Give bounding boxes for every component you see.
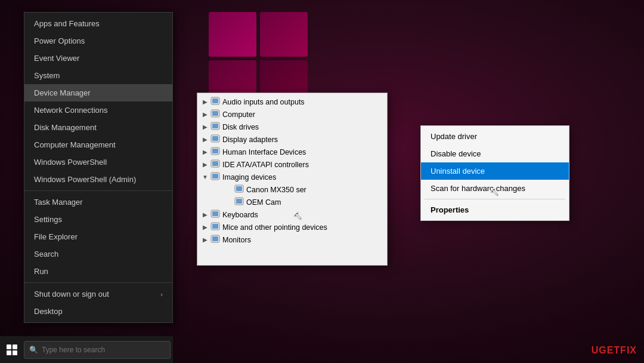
search-bar[interactable]: 🔍: [24, 341, 171, 359]
tree-arrow: ▶: [202, 224, 208, 230]
svg-rect-7: [212, 136, 218, 141]
svg-rect-23: [212, 236, 218, 241]
tree-item-label: Monitors: [222, 236, 251, 244]
winx-menu-label: Network Connections: [34, 106, 108, 115]
tree-item-computer[interactable]: ▶Computer: [197, 108, 387, 121]
ctx-item-update-driver[interactable]: Update driver: [421, 128, 569, 145]
tree-item-icon: [210, 109, 220, 119]
tree-arrow: ▶: [202, 211, 208, 218]
winx-menu-label: System: [34, 71, 60, 80]
winx-menu-item-network-connections[interactable]: Network Connections: [24, 101, 172, 119]
winx-context-menu: Apps and FeaturesPower OptionsEvent View…: [24, 12, 173, 323]
winx-menu-item-shut-down-sign-out[interactable]: Shut down or sign out›: [24, 285, 172, 303]
winx-menu-item-windows-powershell[interactable]: Windows PowerShell: [24, 153, 172, 171]
tree-item-icon: [210, 122, 220, 132]
svg-rect-13: [212, 174, 218, 179]
tree-item-icon: [210, 172, 220, 182]
winx-menu-label: Device Manager: [34, 88, 91, 97]
svg-rect-5: [212, 124, 218, 128]
tree-item-label: Display adapters: [222, 136, 278, 144]
winx-menu-item-desktop[interactable]: Desktop: [24, 303, 172, 320]
tree-arrow: ▶: [202, 111, 208, 118]
winx-menu-label: Run: [34, 267, 48, 276]
ctx-item-disable-device[interactable]: Disable device: [421, 145, 569, 162]
taskbar: 🔍: [0, 336, 173, 363]
winx-menu-label: Windows PowerShell (Admin): [34, 175, 136, 184]
svg-rect-17: [236, 199, 242, 204]
winx-menu-label: File Explorer: [34, 232, 78, 241]
svg-rect-3: [212, 111, 218, 116]
tree-item-label: Keyboards: [222, 211, 258, 219]
winx-menu-item-disk-management[interactable]: Disk Management: [24, 119, 172, 136]
winx-menu-label: Windows PowerShell: [34, 158, 107, 167]
svg-rect-21: [212, 224, 218, 229]
winx-menu-item-event-viewer[interactable]: Event Viewer: [24, 50, 172, 67]
tree-item-audio[interactable]: ▶Audio inputs and outputs: [197, 96, 387, 108]
menu-separator: [24, 190, 172, 191]
ctx-item-uninstall-device[interactable]: Uninstall device: [421, 162, 569, 180]
svg-rect-9: [212, 149, 218, 153]
winx-menu-item-task-manager[interactable]: Task Manager: [24, 193, 172, 211]
tree-item-label: Mice and other pointing devices: [222, 223, 327, 232]
winx-menu-label: Apps and Features: [34, 19, 100, 28]
tree-item-display-adapters[interactable]: ▶Display adapters: [197, 133, 387, 146]
device-manager-window: ▶Audio inputs and outputs▶Computer▶Disk …: [197, 93, 388, 266]
winx-menu-item-run[interactable]: Run: [24, 263, 172, 280]
tree-item-monitors[interactable]: ▶Monitors: [197, 233, 387, 246]
tree-item-icon: [210, 235, 220, 245]
svg-rect-11: [212, 161, 218, 166]
winx-menu-item-computer-management[interactable]: Computer Management: [24, 136, 172, 153]
tree-item-label: Audio inputs and outputs: [222, 98, 305, 106]
tree-item-icon: [210, 134, 220, 144]
tree-item-icon: [210, 222, 220, 232]
start-button[interactable]: [2, 340, 21, 359]
svg-rect-1: [212, 99, 218, 103]
tree-arrow: ▶: [202, 236, 208, 243]
tree-item-hid[interactable]: ▶Human Interface Devices: [197, 146, 387, 158]
winx-menu-item-settings[interactable]: Settings: [24, 211, 172, 228]
winx-menu-label: Search: [34, 250, 58, 259]
win-logo-pane-2: [260, 12, 308, 57]
ctx-item-properties[interactable]: Properties: [421, 201, 569, 219]
winx-menu-item-search[interactable]: Search: [24, 245, 172, 263]
winx-menu-label: Desktop: [34, 307, 63, 316]
ctx-item-scan-changes[interactable]: Scan for hardware changes: [421, 180, 569, 197]
tree-item-label: Human Interface Devices: [222, 148, 306, 156]
winx-menu-item-system[interactable]: System: [24, 67, 172, 84]
menu-separator: [24, 282, 172, 283]
tree-item-imaging[interactable]: ▼Imaging devices: [197, 171, 387, 183]
winx-menu-label: Shut down or sign out: [34, 290, 109, 299]
tree-item-disk-drives[interactable]: ▶Disk drives: [197, 121, 387, 133]
tree-item-label: Computer: [222, 110, 255, 119]
winx-menu-arrow: ›: [160, 291, 163, 298]
tree-item-oem-cam[interactable]: OEM Cam: [197, 196, 387, 208]
tree-item-mice[interactable]: ▶Mice and other pointing devices: [197, 221, 387, 233]
svg-rect-19: [212, 211, 218, 216]
winx-menu-item-power-options[interactable]: Power Options: [24, 32, 172, 50]
start-icon: [7, 344, 17, 355]
tree-item-canon[interactable]: Canon MX350 ser: [197, 183, 387, 196]
search-icon: 🔍: [29, 346, 38, 354]
device-manager-tree: ▶Audio inputs and outputs▶Computer▶Disk …: [197, 93, 387, 248]
tree-item-icon: [210, 147, 220, 157]
ctx-separator: [425, 199, 565, 199]
tree-item-icon: [234, 184, 244, 195]
tree-item-keyboards[interactable]: ▶Keyboards: [197, 208, 387, 221]
winx-menu-label: Disk Management: [34, 123, 97, 132]
tree-item-label: Canon MX350 ser: [246, 186, 306, 194]
winx-menu-label: Task Manager: [34, 198, 83, 207]
winx-menu-label: Settings: [34, 215, 62, 224]
tree-item-label: OEM Cam: [246, 198, 281, 207]
tree-item-icon: [210, 97, 220, 107]
tree-item-label: IDE ATA/ATAPI controllers: [222, 161, 309, 169]
tree-item-label: Imaging devices: [222, 173, 276, 182]
svg-rect-15: [236, 186, 242, 191]
winx-menu-item-device-manager[interactable]: Device Manager: [24, 84, 172, 101]
tree-arrow: ▼: [202, 174, 208, 180]
winx-menu-item-apps-features[interactable]: Apps and Features: [24, 15, 172, 32]
winx-menu-item-windows-powershell-admin[interactable]: Windows PowerShell (Admin): [24, 171, 172, 188]
tree-item-ide[interactable]: ▶IDE ATA/ATAPI controllers: [197, 158, 387, 171]
search-input[interactable]: [42, 346, 165, 354]
tree-item-icon: [210, 210, 220, 220]
winx-menu-item-file-explorer[interactable]: File Explorer: [24, 228, 172, 245]
